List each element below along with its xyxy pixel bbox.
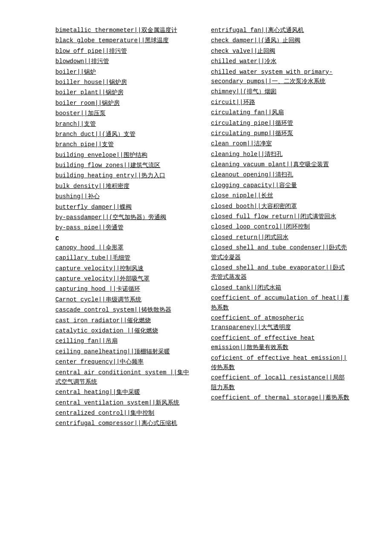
list-item: catalytic oxidation ||催化燃烧	[55, 326, 194, 335]
list-item: centrifugal compressor||离心式压缩机	[55, 419, 194, 428]
list-item: branch duct||(通风）支管	[55, 130, 194, 139]
list-item: by-pass pipe||旁通管	[55, 223, 194, 232]
list-item: coefficient of locall resistance||局部阻力系数	[211, 373, 349, 392]
list-item: coefficient of effective heat emission||…	[211, 333, 349, 353]
list-item: central heating||集中采暖	[55, 387, 194, 397]
list-item: capture velocity||外部吸气罩	[55, 274, 194, 283]
list-item: center frequency||中心频率	[55, 357, 194, 367]
left-column: bimetallic thermometer||双金属温度计black glob…	[55, 26, 194, 429]
list-item: clogging capacity||容尘量	[211, 181, 349, 190]
list-item: check damper||(通风）止回阀	[211, 36, 349, 45]
list-item: blowdown||排污管	[55, 57, 194, 66]
list-item: central ventilation system||新风系统	[55, 398, 194, 408]
list-item: bimetallic thermometer||双金属温度计	[55, 26, 194, 35]
list-item: clean room||洁净室	[211, 139, 349, 148]
list-item: closed shell and tube evaporator||卧式壳管式蒸…	[211, 263, 349, 282]
list-item: black globe temperature||黑球温度	[55, 36, 194, 45]
list-item: building flow zones||建筑气流区	[55, 161, 194, 170]
list-item: coefficient of atmospheric transpareney|…	[211, 313, 349, 332]
list-item: bulk density||堆积密度	[55, 182, 194, 191]
list-item: chimney||(排气）烟囱	[211, 87, 349, 96]
right-column: entrifugal fan||离心式通风机check damper||(通风）…	[211, 26, 349, 429]
list-item: closed return||闭式回水	[211, 233, 349, 242]
list-item: coficient of effective heat emission||传热…	[211, 353, 349, 373]
list-item: capture velocity||控制风速	[55, 264, 194, 273]
list-item: boiler plant||锅炉房	[55, 88, 194, 97]
list-item: cleaning hole||清扫孔	[211, 150, 349, 159]
list-item: building heating entry||热力入口	[55, 171, 194, 180]
list-item: coefficient of accumulation of heat||蓄热系…	[211, 293, 349, 312]
list-item: by-passdamper||(空气加热器）旁通阀	[55, 213, 194, 222]
list-item: cleanout opening||清扫孔	[211, 170, 349, 179]
list-item: boiler||锅炉	[55, 67, 194, 77]
list-item: butterfly damper||蝶阀	[55, 202, 194, 212]
list-item: closed shell and tube condenser||卧式壳管式冷凝…	[211, 243, 349, 262]
list-item: blow off pipe||排污管	[55, 46, 194, 56]
list-item: entrifugal fan||离心式通风机	[211, 26, 349, 35]
list-item: circulating pump||循环泵	[211, 129, 349, 138]
list-item: chilled water||冷水	[211, 57, 349, 66]
list-item: booster||加压泵	[55, 109, 194, 118]
list-item: ceiling panelheating||顶棚辐射采暖	[55, 347, 194, 356]
list-item: circuit||环路	[211, 98, 349, 107]
list-item: cast iron radiator||催化燃烧	[55, 316, 194, 325]
list-item: boiler room||锅炉房	[55, 98, 194, 108]
list-item: bushing||补心	[55, 192, 194, 201]
list-item: closed tank||闭式水箱	[211, 283, 349, 292]
list-item: branch pipe||支管	[55, 140, 194, 149]
list-item: close nipple||长丝	[211, 191, 349, 200]
list-item: boiller house||锅炉房	[55, 78, 194, 87]
list-item: circulating fan||风扇	[211, 108, 349, 117]
list-item: capillary tube||毛细管	[55, 253, 194, 263]
list-item: ceilling fan||吊扇	[55, 336, 194, 346]
list-item: cleaning vacuum plant||真空吸尘装置	[211, 160, 349, 169]
list-item: branch||支管	[55, 119, 194, 129]
list-item: check valve||止回阀	[211, 46, 349, 56]
list-item: circulating pipe||循环管	[211, 119, 349, 128]
list-item: canopy hood ||伞形罩	[55, 243, 194, 252]
list-item: closed loop control||闭环控制	[211, 222, 349, 231]
main-content: bimetallic thermometer||双金属温度计black glob…	[55, 26, 349, 429]
list-item: centralized control||集中控制	[55, 408, 194, 418]
list-item: coefficient of thermal storage||蓄热系数	[211, 393, 349, 402]
list-item: capturing hood ||卡诺循环	[55, 284, 194, 294]
list-item: Carnot cycle||串级调节系统	[55, 295, 194, 304]
list-item: cascade control system||铸铁散热器	[55, 305, 194, 315]
list-item: closed full flow return||闭式满管回水	[211, 212, 349, 221]
list-item: building envelope||围护结构	[55, 150, 194, 160]
list-item: central air conditionint system ||集中式空气调…	[55, 368, 194, 387]
list-item: chilled water system with primary-second…	[211, 67, 349, 87]
list-item: closed booth||大容积密闭罩	[211, 202, 349, 211]
section-header: C	[55, 235, 194, 242]
